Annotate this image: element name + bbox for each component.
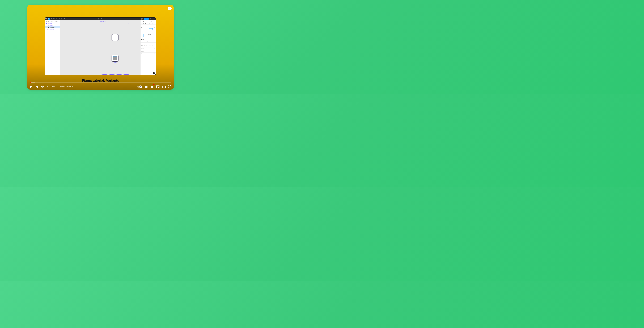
hamburger-menu-icon[interactable] xyxy=(45,18,47,20)
fill-style-icon[interactable]: ⠿ xyxy=(153,44,153,45)
pen-tool-icon[interactable] xyxy=(56,18,58,20)
prototype-tab[interactable]: Prototype xyxy=(145,21,149,22)
export-section[interactable]: Export xyxy=(141,53,144,54)
align-vcenter-icon[interactable]: ⊞ xyxy=(148,23,150,24)
layer-unchecked-variant[interactable]: Unchecked xyxy=(45,28,60,30)
rotation-input[interactable] xyxy=(142,29,146,30)
inspect-tab[interactable]: Inspect xyxy=(150,21,153,22)
move-tool[interactable] xyxy=(48,18,50,20)
text-tool-icon[interactable]: T xyxy=(58,18,60,20)
played-progress xyxy=(30,82,31,83)
hand-tool-icon[interactable] xyxy=(61,18,62,20)
design-panel: Design Prototype Inspect ⊏ ⊟ ⊐ ⊓ ⊞ ⊔ |‥|… xyxy=(140,20,156,75)
blend-mode[interactable]: Pass Through xyxy=(143,41,148,42)
layer-rectangle-selected[interactable]: Rectangle 1 xyxy=(45,26,60,28)
lock-aspect-icon[interactable]: ⟐ xyxy=(154,27,155,28)
frame-tool-icon[interactable] xyxy=(50,18,52,20)
video-title: Figma tutorial: Variants xyxy=(27,79,174,83)
fill-hex[interactable]: C4C4C4 xyxy=(144,45,147,46)
info-button[interactable]: i xyxy=(168,7,172,10)
constraints-title: Constraints xyxy=(141,32,155,33)
y-input[interactable] xyxy=(150,26,153,27)
progress-bar[interactable] xyxy=(30,82,171,83)
component-tool-icon[interactable] xyxy=(98,18,100,20)
figma-canvas[interactable]: Checkbox 8 × 8 xyxy=(60,20,140,75)
layers-panel: Layers Assets Page 1 ˅ Checkbox Checked … xyxy=(45,20,60,75)
visibility-icon[interactable]: 👁 xyxy=(154,41,155,42)
svg-rect-10 xyxy=(145,86,148,88)
autoplay-toggle[interactable] xyxy=(137,86,142,88)
selected-rectangle-fill[interactable] xyxy=(113,56,117,60)
effects-section[interactable]: Effects xyxy=(141,51,144,52)
independent-corners-icon[interactable]: ⊡ xyxy=(154,29,155,30)
width-input[interactable] xyxy=(142,27,146,28)
page-selector[interactable]: Page 1 ˅ xyxy=(55,21,59,22)
align-right-icon[interactable]: ⊐ xyxy=(145,23,146,24)
distribute-icon[interactable]: |‥| xyxy=(152,23,154,24)
theater-button[interactable] xyxy=(162,86,166,88)
layer-checked-variant[interactable]: Checked xyxy=(45,24,60,26)
remove-fill-icon[interactable]: − xyxy=(154,45,155,46)
align-hcenter-icon[interactable]: ⊟ xyxy=(143,23,144,24)
align-top-icon[interactable]: ⊓ xyxy=(147,23,148,24)
settings-button[interactable]: HD xyxy=(150,85,154,88)
svg-rect-12 xyxy=(146,87,147,87)
dimension-badge: 8 × 8 xyxy=(114,62,116,63)
add-effect-icon[interactable]: + xyxy=(154,51,155,52)
add-export-icon[interactable]: + xyxy=(154,53,155,54)
svg-rect-4 xyxy=(54,19,54,19)
rectangle-tool-icon[interactable] xyxy=(53,18,55,20)
share-button[interactable]: Share xyxy=(144,18,148,20)
chapter-link[interactable]: • Variants rewind xyxy=(58,86,73,88)
constraint-widget[interactable] xyxy=(141,33,146,37)
stroke-section[interactable]: Stroke xyxy=(141,48,144,49)
add-stroke-icon[interactable]: + xyxy=(154,48,155,49)
svg-rect-6 xyxy=(98,19,99,19)
align-bottom-icon[interactable]: ⊔ xyxy=(150,23,152,24)
play-button[interactable] xyxy=(30,85,33,88)
layers-tab[interactable]: Layers xyxy=(46,21,49,22)
help-button[interactable]: ? xyxy=(153,72,155,74)
svg-rect-11 xyxy=(145,87,146,87)
present-icon[interactable] xyxy=(150,18,152,20)
fill-swatch[interactable] xyxy=(141,45,142,47)
video-player-frame: i T Share 824% Laye xyxy=(27,5,174,90)
mask-tool-icon[interactable] xyxy=(101,18,103,20)
svg-rect-14 xyxy=(158,87,159,88)
fill-opacity[interactable]: 100% xyxy=(149,45,151,46)
layer-opacity[interactable]: 100% xyxy=(150,41,153,42)
miniplayer-button[interactable] xyxy=(156,86,160,88)
svg-rect-15 xyxy=(162,86,166,88)
checkbox-checked-shape[interactable]: 8 × 8 xyxy=(112,55,118,62)
mute-button[interactable] xyxy=(41,85,44,89)
figma-toolbar: T Share 824% xyxy=(45,18,156,20)
video-controls: 0:01 / 8:44 • Variants rewind HD xyxy=(30,85,171,89)
add-fill-icon[interactable]: + xyxy=(154,44,155,45)
v-constraint[interactable]: Fixed xyxy=(148,36,150,36)
buffered-progress xyxy=(30,82,35,83)
assets-tab[interactable]: Assets xyxy=(50,21,53,22)
zoom-level[interactable]: 824% xyxy=(152,18,155,20)
layer-checkbox-component[interactable]: Checkbox xyxy=(45,23,60,24)
fill-visibility-icon[interactable]: 👁 xyxy=(152,45,153,46)
svg-rect-5 xyxy=(98,18,99,19)
variant-frame-border xyxy=(100,23,129,75)
align-left-icon[interactable]: ⊏ xyxy=(141,23,142,24)
h-constraint[interactable]: Fixed xyxy=(148,34,150,35)
time-display: 0:01 / 8:44 xyxy=(47,86,55,88)
checkbox-unchecked-shape[interactable] xyxy=(112,34,118,41)
figma-app-window: T Share 824% Layers Assets Page 1 ˅ xyxy=(44,17,156,75)
user-avatar[interactable] xyxy=(141,18,143,20)
radius-input[interactable] xyxy=(149,28,153,30)
fullscreen-button[interactable] xyxy=(168,85,171,88)
layer-section-title: Layer xyxy=(141,39,155,40)
captions-button[interactable] xyxy=(144,86,148,88)
canvas-component-label: Checkbox xyxy=(100,21,106,22)
design-tab[interactable]: Design xyxy=(141,21,144,22)
x-input[interactable] xyxy=(142,26,146,27)
next-button[interactable] xyxy=(35,85,38,88)
comment-tool-icon[interactable] xyxy=(63,18,65,20)
hd-badge: HD xyxy=(153,85,154,85)
fill-section-title: Fill xyxy=(141,44,143,45)
height-input[interactable] xyxy=(149,27,152,28)
